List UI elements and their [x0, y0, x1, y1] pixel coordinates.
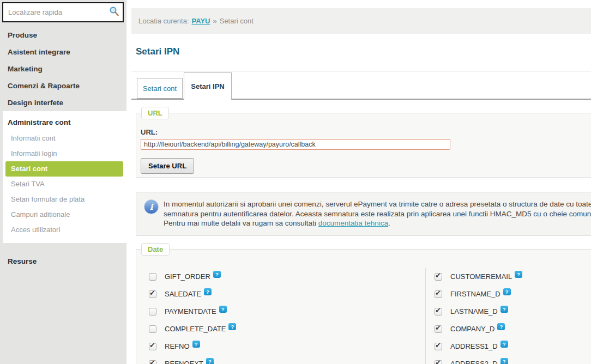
sidebar-section-administrare-cont: Administrare cont Informatii cont Inform… — [3, 111, 126, 243]
check-icon: ✔ — [149, 289, 155, 297]
check-icon: ✔ — [435, 324, 441, 332]
tab-bar: Setari cont Setari IPN — [131, 71, 591, 100]
sidebar-item-asistent-integrare[interactable]: Asistent integrare — [0, 44, 126, 60]
checkbox-company-d[interactable]: ✔ — [435, 325, 442, 333]
checkbox-row: ✔ SALEDATE ? — [149, 286, 425, 303]
info-line-text: Pentru mai multe detalii va rugam sa con… — [164, 219, 316, 227]
checkbox-address1-d[interactable]: ✔ — [435, 343, 442, 350]
sidebar-item-marketing[interactable]: Marketing — [0, 60, 126, 77]
sidebar-item-setari-formular-de-plata[interactable]: Setari formular de plata — [3, 192, 126, 207]
checkbox-saledate[interactable]: ✔ — [149, 290, 156, 298]
checkbox-label: REFNO — [165, 342, 190, 350]
sidebar-item-comenzi-rapoarte[interactable]: Comenzi & Rapoarte — [0, 77, 126, 94]
checkbox-label: ADDRESS1_D — [450, 342, 498, 350]
help-icon[interactable]: ? — [228, 323, 236, 330]
checkbox-label: SALEDATE — [165, 290, 201, 298]
sidebar-item-administrare-cont[interactable]: Administrare cont — [3, 114, 126, 131]
tab-setari-cont[interactable]: Setari cont — [137, 78, 183, 99]
info-icon: i — [144, 199, 159, 214]
checkbox-row: ✔ COMPLETE_DATE ? — [149, 320, 425, 338]
sidebar-item-design-interfete[interactable]: Design interfete — [0, 94, 126, 111]
info-icon-glyph: i — [150, 202, 153, 212]
checkbox-paymentdate[interactable]: ✔ — [149, 308, 156, 316]
sidebar-item-setari-tva[interactable]: Setari TVA — [3, 177, 126, 192]
breadcrumb-separator: » — [213, 17, 216, 25]
help-icon[interactable]: ? — [497, 323, 505, 330]
checkbox-firstname-d[interactable]: ✔ — [435, 290, 442, 298]
checkbox-row: ✔ ADDRESS2_D ? — [435, 355, 591, 364]
info-text: In momentul autorizarii si aprobarii une… — [164, 199, 591, 228]
help-icon[interactable]: ? — [500, 341, 508, 348]
help-icon[interactable]: ? — [515, 271, 522, 278]
checkbox-row: ✔ ADDRESS1_D ? — [435, 338, 591, 355]
page-title: Setari IPN — [136, 46, 591, 57]
url-input[interactable] — [141, 139, 450, 150]
sidebar-item-informatii-cont[interactable]: Informatii cont — [3, 131, 126, 146]
checkbox-label: COMPLETE_DATE — [165, 325, 226, 333]
search-input[interactable] — [3, 8, 108, 16]
sidebar: Produse Asistent integrare Marketing Com… — [0, 0, 126, 364]
breadcrumb-link-payu[interactable]: PAYU — [192, 17, 210, 25]
date-columns: ✔ GIFT_ORDER ? ✔ SALEDATE ? ✔ PAYMENTDAT… — [136, 268, 591, 364]
tab-setari-ipn[interactable]: Setari IPN — [184, 72, 232, 100]
url-section: URL URL: Setare URL — [136, 113, 591, 178]
help-icon[interactable]: ? — [192, 341, 200, 348]
breadcrumb: Locatia curenta: PAYU » Setari cont — [131, 8, 591, 34]
help-icon[interactable]: ? — [500, 306, 508, 313]
sidebar-item-informatii-login[interactable]: Informatii login — [3, 146, 126, 161]
help-icon[interactable]: ? — [206, 358, 214, 364]
help-icon[interactable]: ? — [500, 358, 508, 364]
check-icon: ✔ — [149, 341, 155, 349]
checkbox-address2-d[interactable]: ✔ — [435, 360, 442, 364]
sidebar-item-setari-cont[interactable]: Setari cont — [5, 161, 123, 177]
help-icon[interactable]: ? — [213, 271, 221, 278]
checkbox-refno[interactable]: ✔ — [149, 343, 156, 350]
check-icon: ✔ — [435, 359, 441, 364]
breadcrumb-current: Setari cont — [220, 17, 254, 25]
documentatia-tehnica-link[interactable]: documentatia tehnica — [318, 219, 388, 227]
sidebar-item-campuri-aditionale[interactable]: Campuri aditionale — [3, 207, 126, 222]
checkbox-gift-order[interactable]: ✔ — [149, 273, 156, 281]
tab-panel-setari-ipn: URL URL: Setare URL i In momentul autori… — [126, 113, 591, 364]
main-content: Locatia curenta: PAYU » Setari cont Seta… — [126, 0, 591, 364]
setare-url-button[interactable]: Setare URL — [141, 158, 194, 174]
checkbox-row: ✔ LASTNAME_D ? — [435, 303, 591, 320]
app-root: Produse Asistent integrare Marketing Com… — [0, 0, 591, 364]
checkbox-customeremail[interactable]: ✔ — [435, 273, 442, 281]
date-column-right: ✔ CUSTOMEREMAIL ? ✔ FIRSTNAME_D ? ✔ LAST… — [425, 268, 591, 364]
sidebar-menu: Produse Asistent integrare Marketing Com… — [0, 0, 126, 265]
help-icon[interactable]: ? — [219, 306, 227, 313]
checkbox-label: PAYMENTDATE — [165, 307, 216, 316]
search-icon[interactable] — [108, 6, 119, 19]
help-icon[interactable]: ? — [204, 288, 212, 295]
checkbox-lastname-d[interactable]: ✔ — [435, 308, 442, 316]
checkbox-label: COMPANY_D — [450, 325, 494, 333]
checkbox-row: ✔ REFNO ? — [149, 338, 425, 355]
info-box: i In momentul autorizarii si aprobarii u… — [136, 192, 591, 236]
check-icon: ✔ — [435, 341, 441, 349]
checkbox-label: REFNOEXT — [165, 360, 203, 364]
url-section-legend: URL — [141, 107, 169, 119]
breadcrumb-prefix: Locatia curenta: — [138, 17, 189, 25]
info-line: In momentul autorizarii si aprobarii une… — [164, 199, 591, 209]
checkbox-row: ✔ FIRSTNAME_D ? — [435, 286, 591, 303]
sidebar-item-resurse[interactable]: Resurse — [8, 257, 126, 265]
date-section-legend: Date — [141, 243, 170, 256]
check-icon: ✔ — [149, 359, 155, 364]
checkbox-row: ✔ CUSTOMEREMAIL ? — [435, 268, 591, 286]
check-icon: ✔ — [435, 271, 441, 280]
date-column-left: ✔ GIFT_ORDER ? ✔ SALEDATE ? ✔ PAYMENTDAT… — [136, 268, 425, 364]
checkbox-row: ✔ GIFT_ORDER ? — [149, 268, 425, 286]
sidebar-item-acces-utilizatori[interactable]: Acces utilizatori — [3, 222, 126, 238]
checkbox-row: ✔ COMPANY_D ? — [435, 320, 591, 338]
checkbox-label: FIRSTNAME_D — [450, 290, 500, 298]
sidebar-item-produse[interactable]: Produse — [0, 27, 126, 44]
checkbox-refnoext[interactable]: ✔ — [149, 360, 156, 364]
help-icon[interactable]: ? — [503, 288, 511, 295]
check-icon: ✔ — [435, 289, 441, 297]
checkbox-label: GIFT_ORDER — [165, 272, 210, 281]
info-line-punct: . — [388, 219, 390, 227]
checkbox-label: LASTNAME_D — [450, 307, 498, 316]
checkbox-label: CUSTOMEREMAIL — [450, 272, 512, 281]
checkbox-complete-date[interactable]: ✔ — [149, 325, 156, 333]
